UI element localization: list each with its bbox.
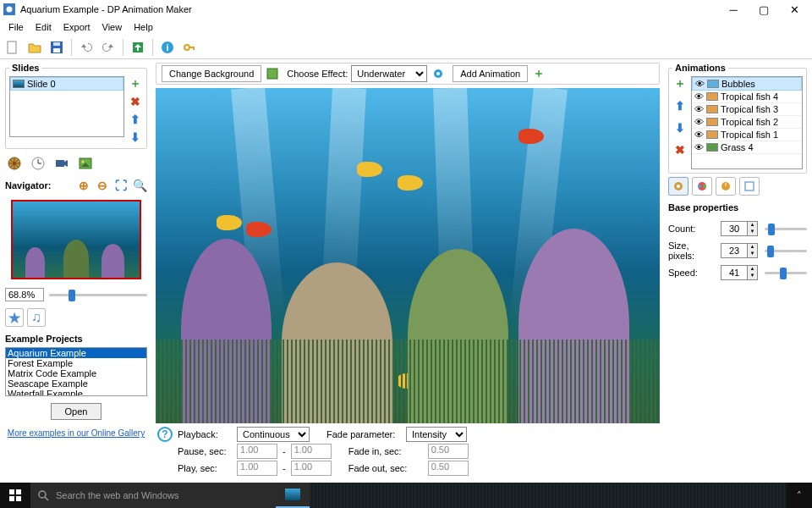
play-max-input[interactable]: 1.00 — [291, 461, 332, 476]
undo-icon[interactable] — [77, 38, 96, 57]
key-icon[interactable] — [180, 38, 199, 57]
anim-down-icon[interactable]: ⬇ — [672, 120, 688, 135]
close-button[interactable]: ✕ — [780, 1, 809, 18]
star-icon[interactable]: ★ — [5, 308, 24, 327]
zoom-value[interactable]: 68.8% — [5, 288, 44, 301]
slide-thumb-icon — [13, 80, 25, 88]
wheel-icon[interactable] — [5, 154, 24, 173]
taskbar-spacer — [310, 483, 787, 508]
visibility-icon[interactable]: 👁 — [694, 130, 704, 140]
speed-spinner[interactable]: ▲▼ — [721, 265, 758, 280]
gallery-link[interactable]: More examples in our Online Gallery — [5, 428, 147, 438]
base-props-title: Base properties — [668, 202, 807, 213]
pause-max-input[interactable]: 1.00 — [291, 444, 332, 459]
animation-item[interactable]: 👁Tropical fish 2 — [692, 116, 802, 129]
menu-edit[interactable]: Edit — [30, 21, 57, 33]
animation-item[interactable]: 👁Grass 4 — [692, 141, 802, 154]
svg-text:i: i — [166, 42, 168, 52]
menu-export[interactable]: Export — [58, 21, 96, 33]
taskbar-app[interactable] — [276, 483, 310, 508]
canvas-toolbar: Change Background Choose Effect: Underwa… — [156, 63, 660, 85]
maximize-button[interactable]: ▢ — [749, 1, 778, 18]
navigator-header: Navigator: ⊕ ⊖ ⛶ 🔍 — [5, 178, 147, 193]
move-down-icon[interactable]: ⬇ — [128, 130, 143, 145]
size-spinner[interactable]: ▲▼ — [721, 243, 758, 258]
anim-up-icon[interactable]: ⬆ — [672, 98, 688, 113]
example-item[interactable]: Matrix Code Example — [6, 368, 146, 378]
open-button[interactable]: Open — [51, 403, 102, 420]
menu-view[interactable]: View — [97, 21, 128, 33]
tab-settings[interactable] — [668, 177, 689, 196]
music-icon[interactable]: ♫ — [27, 308, 46, 327]
start-button[interactable] — [0, 483, 30, 508]
minimize-button[interactable]: ─ — [719, 1, 748, 18]
delete-anim-icon[interactable]: ✖ — [672, 142, 688, 157]
animations-legend: Animations — [672, 63, 728, 73]
examples-list[interactable]: Aquarium Example Forest Example Matrix C… — [5, 347, 147, 396]
background-options-icon[interactable] — [265, 66, 280, 81]
effect-settings-icon[interactable] — [431, 66, 446, 81]
add-animation-button[interactable]: Add Animation — [453, 65, 528, 82]
fade-in-input[interactable]: 0.50 — [428, 444, 469, 459]
tab-timing[interactable] — [716, 177, 736, 196]
save-icon[interactable] — [47, 38, 66, 57]
navigator-label: Navigator: — [5, 180, 73, 190]
visibility-icon[interactable]: 👁 — [694, 104, 704, 114]
menu-file[interactable]: File — [3, 21, 29, 33]
add-anim-icon[interactable]: ＋ — [672, 76, 688, 91]
fade-param-select[interactable]: Intensity — [406, 427, 467, 442]
animation-item[interactable]: 👁Tropical fish 4 — [692, 91, 802, 103]
zoom-fit-icon[interactable]: ⛶ — [113, 178, 129, 193]
zoom-actual-icon[interactable]: 🔍 — [132, 178, 147, 193]
clock-icon[interactable] — [29, 154, 47, 173]
speed-slider[interactable] — [765, 264, 807, 281]
move-up-icon[interactable]: ⬆ — [128, 112, 143, 127]
animation-item[interactable]: 👁Bubbles — [692, 77, 802, 91]
delete-slide-icon[interactable]: ✖ — [128, 94, 143, 109]
taskbar-search[interactable]: Search the web and Windows — [30, 483, 276, 508]
pause-min-input[interactable]: 1.00 — [237, 444, 277, 459]
taskbar: Search the web and Windows ˄ — [0, 483, 812, 508]
add-animation-icon[interactable]: ＋ — [531, 66, 546, 81]
animation-item[interactable]: 👁Tropical fish 1 — [692, 129, 802, 141]
example-item[interactable]: Seascape Example — [6, 378, 146, 389]
play-min-input[interactable]: 1.00 — [237, 461, 277, 476]
effect-select[interactable]: Underwater — [351, 65, 427, 82]
menu-help[interactable]: Help — [129, 21, 158, 33]
redo-icon[interactable] — [99, 38, 118, 57]
size-slider[interactable] — [765, 242, 807, 259]
zoom-slider[interactable] — [49, 286, 147, 303]
zoom-out-icon[interactable]: ⊖ — [95, 178, 110, 193]
slides-list[interactable]: Slide 0 — [9, 76, 124, 137]
count-spinner[interactable]: ▲▼ — [721, 221, 758, 236]
export-icon[interactable] — [129, 38, 147, 57]
tab-transform[interactable] — [739, 177, 760, 196]
change-background-button[interactable]: Change Background — [162, 65, 261, 82]
animations-list[interactable]: 👁Bubbles 👁Tropical fish 4 👁Tropical fish… — [691, 76, 803, 169]
visibility-icon[interactable]: 👁 — [694, 142, 704, 152]
count-slider[interactable] — [765, 220, 807, 237]
zoom-in-icon[interactable]: ⊕ — [76, 178, 91, 193]
animation-item[interactable]: 👁Tropical fish 3 — [692, 103, 802, 116]
tab-color[interactable] — [692, 177, 712, 196]
visibility-icon[interactable]: 👁 — [694, 79, 705, 89]
visibility-icon[interactable]: 👁 — [694, 117, 704, 127]
navigator-preview[interactable] — [11, 200, 141, 279]
open-icon[interactable] — [25, 38, 44, 57]
example-item[interactable]: Waterfall Example — [6, 389, 146, 396]
example-item[interactable]: Forest Example — [6, 358, 146, 368]
camera-icon[interactable] — [52, 154, 71, 173]
new-icon[interactable] — [3, 38, 22, 57]
choose-effect-label: Choose Effect: — [287, 69, 348, 79]
tray-chevron-icon[interactable]: ˄ — [787, 490, 812, 501]
example-item[interactable]: Aquarium Example — [6, 348, 146, 358]
image-icon[interactable] — [76, 154, 95, 173]
visibility-icon[interactable]: 👁 — [694, 91, 704, 102]
playback-select[interactable]: Continuous — [237, 427, 310, 442]
help-icon[interactable]: ? — [157, 427, 173, 442]
info-icon[interactable]: i — [158, 38, 177, 57]
canvas-viewport[interactable] — [156, 88, 660, 423]
fade-out-input[interactable]: 0.50 — [428, 461, 469, 476]
add-slide-icon[interactable]: ＋ — [128, 76, 143, 91]
slide-item[interactable]: Slide 0 — [10, 77, 123, 91]
